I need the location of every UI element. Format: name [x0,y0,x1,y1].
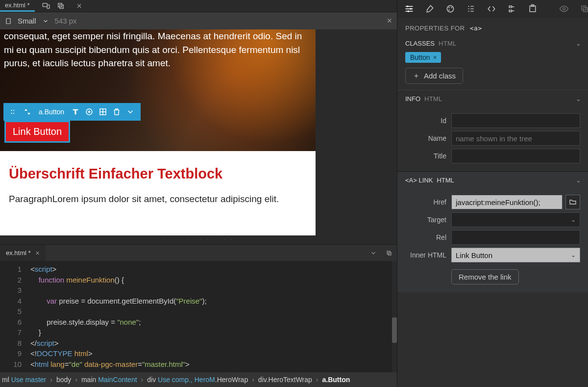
code-tab-bar: ex.html * × [0,244,397,261]
plugin-icon[interactable] [528,4,538,14]
trash-icon[interactable] [112,107,121,116]
list-icon[interactable] [466,4,476,14]
duplicate-icon[interactable] [56,1,65,10]
palette-icon[interactable] [445,4,455,14]
devices-icon[interactable] [42,1,50,10]
inner-html-value: Link Button [456,251,492,259]
svg-point-22 [563,8,565,10]
breadcrumb: ml Use master›body›main MainContent›div … [0,372,397,387]
add-class-button[interactable]: ＋ Add class [405,68,463,84]
close-view-icon[interactable]: × [387,16,392,26]
id-input[interactable] [451,113,580,128]
breadcrumb-seg[interactable]: a.Button [322,376,350,384]
file-tab[interactable]: ex.html * [0,0,35,12]
href-input[interactable] [451,195,563,209]
right-panel: PROPERTIES FOR <a> CLASSES HTML ⌄ Button… [397,0,588,387]
code-tab[interactable]: ex.html * × [0,245,46,261]
device-size-label[interactable]: Small [18,17,36,25]
text-edit-icon[interactable] [71,107,80,116]
close-tab-icon[interactable]: × [72,1,87,11]
breadcrumb-seg[interactable]: body [56,376,71,384]
scrollbar-track[interactable] [392,261,397,387]
target-select[interactable]: ⌄ [451,212,580,227]
properties-for-label: PROPERTIES FOR [405,25,465,32]
content-block: Überschrift Einfacher Textblock Paragrap… [0,151,316,205]
section-link-head[interactable]: <A> LINK HTML ⌄ [397,172,588,189]
page-outline-icon[interactable] [5,18,12,25]
chevron-down-icon[interactable] [366,245,381,261]
chevron-down-icon[interactable]: ⌄ [576,177,581,184]
section-link-body: Href Target ⌄ Rel [397,189,588,292]
breadcrumb-seg[interactable]: div Use comp., HeroM.HeroWrap [147,376,248,384]
insert-icon[interactable] [85,107,94,116]
brush-icon[interactable] [425,4,435,14]
title-row: Title [405,149,580,163]
scrollbar-thumb[interactable] [392,317,397,343]
eye-icon[interactable] [559,4,569,14]
title-input[interactable] [451,149,580,163]
breadcrumb-seg[interactable]: ml Use master [2,376,46,384]
svg-rect-20 [530,6,536,12]
name-input[interactable] [451,131,580,146]
id-label: Id [405,117,451,125]
close-icon[interactable]: × [433,53,437,61]
section-subtitle: HTML [439,40,457,47]
duplicate-icon[interactable] [381,245,397,261]
device-width-value: 543 px [55,17,77,25]
folder-icon[interactable] [565,195,580,209]
code-body[interactable]: <script> function meineFunktion() { var … [27,261,207,387]
section-info-head[interactable]: INFO HTML ⌄ [397,90,588,107]
duplicate-icon[interactable] [580,4,588,14]
move-handle-icon[interactable] [9,107,18,116]
svg-point-13 [407,5,408,7]
chevron-down-icon[interactable] [42,18,49,25]
target-row: Target ⌄ [405,212,580,227]
chevron-down-icon[interactable]: ⌄ [576,95,581,103]
inner-html-label: Inner HTML [405,251,451,259]
svg-point-14 [410,8,412,9]
code-icon[interactable] [487,4,496,14]
hero-section: consequat, eget semper nisi fringilla. M… [0,29,316,151]
preview-pane: Small 543 px × consequat, eget semper ni… [0,12,397,237]
code-editor[interactable]: 12345678910 <script> function meineFunkt… [0,261,397,387]
chevron-down-icon[interactable]: ⌄ [576,40,581,47]
svg-point-17 [448,7,450,8]
chevron-right-icon: › [252,376,254,384]
sort-icon[interactable] [23,107,32,116]
remove-link-button[interactable]: Remove the link [451,269,519,284]
tree-icon[interactable] [507,4,517,14]
chevron-down-icon: ⌄ [571,252,576,258]
file-tab-label: ex.html * [5,1,30,9]
inner-html-select[interactable]: Link Button ⌄ [451,248,580,262]
section-link: <A> LINK HTML ⌄ Href Target ⌄ [397,171,588,292]
rel-label: Rel [405,233,451,241]
add-class-label: Add class [424,72,456,80]
grid-icon[interactable] [98,107,107,116]
plus-icon: ＋ [413,71,420,80]
svg-point-19 [448,9,450,11]
class-chip[interactable]: Button × [405,52,441,63]
settings-icon[interactable] [404,4,414,14]
section-classes-head[interactable]: CLASSES HTML ⌄ [397,35,588,52]
properties-for-row: PROPERTIES FOR <a> [397,18,588,35]
close-icon[interactable]: × [36,249,40,257]
section-subtitle: HTML [437,177,454,184]
content-heading: Überschrift Einfacher Textblock [9,166,307,182]
chevron-down-icon: ⌄ [571,216,576,223]
link-button[interactable]: Link Button [5,121,70,142]
preview-frame[interactable]: consequat, eget semper nisi fringilla. M… [0,29,316,235]
svg-point-5 [11,110,12,111]
svg-point-8 [13,113,14,114]
svg-point-15 [408,10,409,12]
breadcrumb-seg[interactable]: main MainContent [81,376,137,384]
name-row: Name [405,131,580,146]
class-chip-label: Button [410,53,430,61]
rel-input[interactable] [451,230,580,245]
resize-handle[interactable]: · · · · · · · · · · · · [0,237,397,244]
right-tab-bar [397,0,588,18]
title-label: Title [405,152,451,160]
svg-point-18 [451,7,452,8]
section-classes-body: Button × ＋ Add class [397,52,588,90]
chevron-down-icon[interactable] [126,107,135,116]
breadcrumb-seg[interactable]: div.HeroTextWrap [258,376,312,384]
